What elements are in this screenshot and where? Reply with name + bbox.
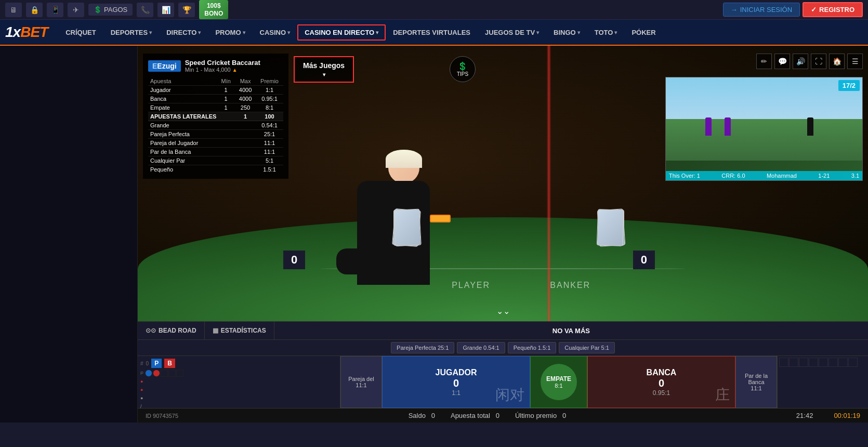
grid-cell [161, 370, 168, 377]
pagos-button[interactable]: 💲 PAGOS [88, 4, 133, 16]
saldo-label: Saldo 0 [409, 412, 435, 419]
ultimo-premio-label: Último premio 0 [515, 412, 566, 419]
baccarat-table [138, 217, 868, 321]
chevron-down-icon: ▾ [198, 30, 201, 35]
chart-icon[interactable]: 📊 [157, 3, 174, 17]
bead-icon: ⊙⊙ [146, 327, 156, 334]
cualquier-par-btn[interactable]: Cualquier Par 5:1 [559, 342, 615, 353]
player-cards [393, 209, 422, 248]
chevron-down-icon: ▾ [577, 30, 580, 35]
pareja-perfecta-btn[interactable]: Pareja Perfecta 25:1 [391, 342, 454, 353]
round-timer: 00:01:19 [834, 412, 860, 419]
rg-cell [789, 358, 798, 367]
cricket-stream: 17/2 This Over: 1 CRR: 6.0 Mohammad 1-21… [665, 77, 863, 181]
game-panel: ⊙⊙ BEAD ROAD ▦ ESTADÍSTICAS NO VA MÁS Pa… [138, 321, 868, 423]
video-area: 0 0 PLAYER BANKER EEzugi Speed Cricket B… [138, 46, 868, 321]
side-bets-row: Pareja Perfecta 25:1 Grande 0.54:1 Peque… [138, 340, 868, 356]
grid-cell [153, 370, 160, 377]
stats-icon: ▦ [213, 327, 218, 334]
audio-icon[interactable]: 🔊 [793, 54, 808, 69]
rg-cell [819, 358, 828, 367]
content-area: 0 0 PLAYER BANKER EEzugi Speed Cricket B… [0, 46, 868, 423]
nav-promo[interactable]: PROMO▾ [208, 19, 252, 45]
grande-btn[interactable]: Grande 0.54:1 [457, 342, 505, 353]
main-betting-row: # 0 P B P ● ● ● / [138, 356, 868, 408]
game-info-overlay: EEzugi Speed Cricket Baccarat Min 1 - Ma… [143, 54, 288, 179]
mas-juegos-button[interactable]: Más Juegos ▾ [294, 56, 354, 83]
nav-toto[interactable]: TOTO▾ [587, 19, 625, 45]
card-3 [393, 209, 422, 247]
nav-poker[interactable]: PÓKER [624, 19, 663, 45]
chip-yellow [430, 215, 451, 222]
left-sidebar [0, 46, 138, 423]
telegram-icon[interactable]: ✈ [68, 3, 84, 17]
neon-light [547, 46, 551, 321]
apuesta-label: Apuesta total 0 [451, 412, 499, 419]
login-button[interactable]: → INICIAR SESIÓN [723, 3, 800, 17]
logo[interactable]: 1xBET [5, 24, 48, 41]
chevron-down-icon: ▾ [536, 30, 539, 35]
monitor-icon[interactable]: 🖥 [5, 3, 22, 17]
pequeno-btn[interactable]: Pequeño 1.5:1 [508, 342, 557, 353]
empate-bet[interactable]: EMPATE 8:1 [530, 356, 587, 408]
scroll-down-icon[interactable]: ⌄⌄ [496, 306, 510, 316]
rg-cell [838, 358, 848, 367]
draw-icon[interactable]: ✏ [756, 54, 772, 69]
rg-cell [809, 358, 818, 367]
game-id: ID 90743575 [146, 413, 178, 419]
register-button[interactable]: ✓ REGISTRO [803, 2, 863, 17]
fullscreen-icon[interactable]: ⛶ [811, 54, 826, 69]
card-stack-left [393, 209, 422, 248]
pb-header: # 0 P B [140, 359, 337, 368]
bead-road-tab[interactable]: ⊙⊙ BEAD ROAD [138, 322, 205, 339]
banker-label: BANKER [550, 281, 590, 290]
nav-casino[interactable]: CASINO▾ [253, 19, 298, 45]
trophy-icon[interactable]: 🏆 [178, 3, 195, 17]
tips-button[interactable]: 💲 TIPS [450, 56, 476, 82]
par-banca-bet[interactable]: Par de la Banca 11:1 [735, 356, 777, 408]
game-title-area: Speed Cricket Baccarat Min 1 - Max 4,000… [181, 59, 283, 73]
rg-cell [799, 358, 808, 367]
ezugi-logo: EEzugi [148, 60, 181, 72]
nav-criquet[interactable]: CRÍQUET [58, 19, 103, 45]
menu-icon[interactable]: ☰ [847, 54, 863, 69]
home-icon[interactable]: 🏠 [829, 54, 845, 69]
nav-bar: 1xBET CRÍQUET DEPORTES▾ DIRECTO▾ PROMO▾ … [0, 20, 868, 46]
nav-items: CRÍQUET DEPORTES▾ DIRECTO▾ PROMO▾ CASINO… [58, 19, 863, 45]
grid-cells [145, 370, 332, 410]
rg-cell [848, 358, 858, 367]
player-3 [807, 117, 813, 136]
nav-bingo[interactable]: BINGO▾ [546, 19, 587, 45]
score-left: 0 [283, 251, 305, 269]
pareja-jugador-bet[interactable]: Pareja del 11:1 [340, 356, 382, 408]
card-6 [597, 209, 624, 246]
chevron-up-icon[interactable]: ▲ [232, 67, 238, 73]
chevron-down-icon: ▾ [376, 30, 378, 35]
current-time: 21:42 [796, 412, 813, 419]
road-grid: P ● ● ● / [140, 370, 337, 410]
lock-icon[interactable]: 🔒 [26, 3, 43, 17]
estadisticas-tab[interactable]: ▦ ESTADÍSTICAS [205, 322, 274, 339]
nav-casino-directo[interactable]: CASINO EN DIRECTO▾ [297, 24, 386, 41]
chat-icon[interactable]: 💬 [774, 54, 790, 69]
jugador-bet[interactable]: JUGADOR 0 1:1 闲对 [382, 356, 530, 408]
bono-button[interactable]: 100$ BONO [199, 0, 228, 19]
no-va-mas-label: NO VA MÁS [274, 327, 868, 335]
nav-directo[interactable]: DIRECTO▾ [159, 19, 208, 45]
game-title: Speed Cricket Baccarat [185, 59, 283, 67]
score-right: 0 [633, 251, 655, 269]
banca-bet[interactable]: BANCA 0 0.95:1 庄 [587, 356, 735, 408]
phone-icon[interactable]: 📞 [137, 3, 153, 17]
player-indicator: P [151, 359, 162, 368]
nav-deportes-virtuales[interactable]: DEPORTES VIRTUALES [386, 19, 478, 45]
nav-juegos-tv[interactable]: JUEGOS DE TV▾ [478, 19, 546, 45]
chevron-down-icon: ▾ [243, 30, 245, 35]
login-icon: → [731, 6, 738, 14]
game-limits: Min 1 - Max 4,000 ▲ [185, 67, 283, 73]
mobile-icon[interactable]: 📱 [47, 3, 63, 17]
card-stack-right [598, 209, 627, 248]
chevron-down-icon: ▾ [614, 30, 617, 35]
right-grid [779, 358, 866, 406]
nav-deportes[interactable]: DEPORTES▾ [103, 19, 160, 45]
rg-cell [779, 358, 788, 367]
